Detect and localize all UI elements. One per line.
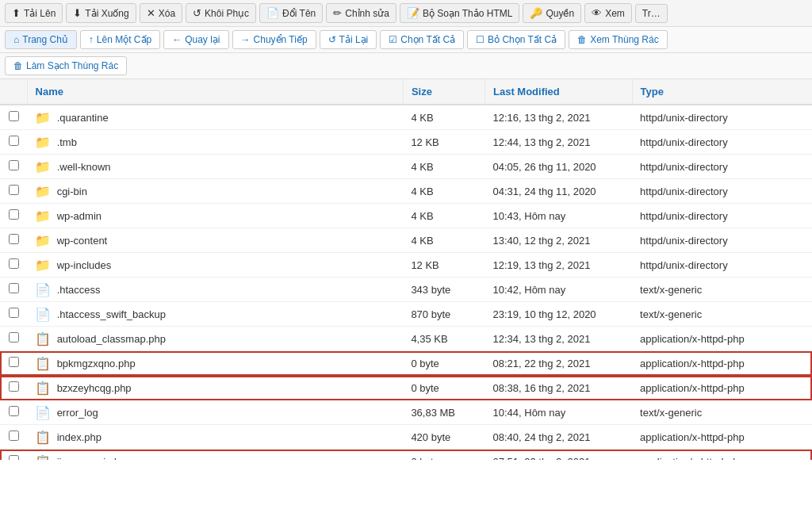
file-name: bpkmgzxqno.php — [57, 358, 136, 369]
row-checkbox-cell[interactable] — [0, 130, 27, 155]
table-row[interactable]: 📄 error_log 36,83 MB 10:44, Hôm nay text… — [0, 400, 812, 425]
table-row[interactable]: 📁 cgi-bin 4 KB 04:31, 24 thg 11, 2020 ht… — [0, 179, 812, 204]
xem-thung-rac-button[interactable]: 🗑 Xem Thùng Rác — [569, 30, 668, 49]
row-checkbox-cell[interactable] — [0, 400, 27, 425]
file-name: .well-known — [57, 161, 111, 173]
row-type-cell: httpd/unix-directory — [632, 179, 812, 204]
row-checkbox-cell[interactable] — [0, 155, 27, 179]
table-row[interactable]: 📋 bpkmgzxqno.php 0 byte 08:21, 22 thg 2,… — [0, 351, 812, 376]
row-checkbox[interactable] — [9, 332, 19, 343]
table-row[interactable]: 📁 wp-includes 12 KB 12:19, 13 thg 2, 202… — [0, 253, 812, 277]
table-row[interactable]: 📋 bzxzeyhcqg.php 0 byte 08:38, 16 thg 2,… — [0, 376, 812, 400]
chinh-sua-label: Chỉnh sửa — [345, 8, 389, 19]
trash-icon: 🗑 — [577, 34, 587, 45]
bo-soan-thao-button[interactable]: 📝 Bộ Soạn Thảo HTML — [400, 3, 519, 23]
row-name-cell: 📁 cgi-bin — [27, 179, 403, 204]
row-checkbox[interactable] — [9, 136, 19, 146]
row-checkbox[interactable] — [9, 185, 19, 195]
row-checkbox[interactable] — [9, 160, 19, 170]
folder-icon: 📁 — [35, 184, 49, 198]
delete-icon: ✕ — [147, 7, 155, 19]
checkbox-header[interactable] — [0, 79, 27, 105]
tai-lai-button[interactable]: ↺ Tải Lại — [320, 30, 377, 49]
row-size-cell: 4,35 KB — [403, 327, 485, 351]
table-row[interactable]: 📋 autoload_classmap.php 4,35 KB 12:34, 1… — [0, 327, 812, 351]
row-size-cell: 4 KB — [403, 105, 485, 130]
table-row[interactable]: 📁 .tmb 12 KB 12:44, 13 thg 2, 2021 httpd… — [0, 130, 812, 155]
row-name-cell: 📁 .well-known — [27, 155, 403, 179]
row-modified-cell: 12:16, 13 thg 2, 2021 — [485, 105, 632, 130]
reload-icon: ↺ — [328, 34, 336, 45]
row-checkbox[interactable] — [9, 234, 19, 244]
row-checkbox-cell[interactable] — [0, 228, 27, 253]
row-size-cell: 870 byte — [403, 302, 485, 327]
table-row[interactable]: 📄 .htaccess 343 byte 10:42, Hôm nay text… — [0, 277, 812, 302]
row-checkbox[interactable] — [9, 209, 19, 220]
table-row[interactable]: 📁 .quarantine 4 KB 12:16, 13 thg 2, 2021… — [0, 105, 812, 130]
quyen-button[interactable]: 🔑 Quyền — [523, 3, 581, 23]
len-mot-cap-button[interactable]: ↑ Lên Một Cấp — [80, 30, 160, 49]
row-checkbox[interactable] — [9, 283, 19, 293]
tai-xuong-button[interactable]: ⬇ Tải Xuống — [66, 3, 136, 23]
row-modified-cell: 10:42, Hôm nay — [485, 277, 632, 302]
row-checkbox[interactable] — [9, 357, 19, 367]
file-name: bzxzeyhcqg.php — [57, 382, 132, 394]
quay-lai-button[interactable]: ← Quay lại — [163, 30, 228, 49]
row-checkbox[interactable] — [9, 431, 19, 441]
row-checkbox[interactable] — [9, 455, 19, 460]
rename-icon: 📄 — [266, 7, 279, 19]
table-row[interactable]: 📄 .htaccess_swift_backup 870 byte 23:19,… — [0, 302, 812, 327]
table-row[interactable]: 📁 wp-admin 4 KB 10:43, Hôm nay httpd/uni… — [0, 204, 812, 228]
chinh-sua-button[interactable]: ✏ Chỉnh sửa — [326, 3, 396, 23]
table-row[interactable]: 📁 wp-content 4 KB 13:40, 12 thg 2, 2021 … — [0, 228, 812, 253]
xem-label: Xem — [605, 8, 625, 19]
row-checkbox[interactable] — [9, 406, 19, 416]
row-checkbox-cell[interactable] — [0, 425, 27, 450]
row-size-cell: 0 byte — [403, 376, 485, 400]
tai-len-button[interactable]: ⬆ Tải Lên — [5, 3, 63, 23]
row-name-cell: 📁 .tmb — [27, 130, 403, 155]
row-checkbox-cell[interactable] — [0, 105, 27, 130]
folder-icon: 📁 — [35, 233, 49, 247]
tru-button[interactable]: Tr… — [635, 4, 668, 23]
row-type-cell: application/x-httpd-php — [632, 351, 812, 376]
tai-lai-label: Tải Lại — [339, 34, 369, 45]
row-checkbox-cell[interactable] — [0, 376, 27, 400]
row-checkbox[interactable] — [9, 258, 19, 269]
row-checkbox-cell[interactable] — [0, 179, 27, 204]
table-row[interactable]: 📋 index.php 420 byte 08:40, 24 thg 2, 20… — [0, 425, 812, 450]
table-row[interactable]: 📁 .well-known 4 KB 04:05, 26 thg 11, 202… — [0, 155, 812, 179]
row-name-cell: 📄 .htaccess — [27, 277, 403, 302]
row-checkbox-cell[interactable] — [0, 204, 27, 228]
khoi-phuc-button[interactable]: ↺ Khôi Phục — [186, 3, 256, 23]
name-column-header[interactable]: Name — [27, 79, 403, 105]
type-column-header[interactable]: Type — [632, 79, 812, 105]
doi-ten-button[interactable]: 📄 Đổi Tên — [259, 3, 323, 23]
xem-button[interactable]: 👁 Xem — [584, 3, 632, 23]
row-size-cell: 4 KB — [403, 204, 485, 228]
back-icon: ← — [172, 34, 182, 45]
row-checkbox[interactable] — [9, 308, 19, 318]
row-type-cell: application/x-httpd-php — [632, 450, 812, 461]
modified-column-header[interactable]: Last Modified — [485, 79, 632, 105]
row-checkbox[interactable] — [9, 111, 19, 121]
xoa-button[interactable]: ✕ Xóa — [140, 3, 182, 23]
row-checkbox-cell[interactable] — [0, 253, 27, 277]
table-row[interactable]: 📋 jiompyqxoj.php 0 byte 07:51, 22 thg 2,… — [0, 450, 812, 461]
size-column-header[interactable]: Size — [403, 79, 485, 105]
row-name-cell: 📋 bzxzeyhcqg.php — [27, 376, 403, 400]
row-checkbox-cell[interactable] — [0, 351, 27, 376]
row-checkbox-cell[interactable] — [0, 327, 27, 351]
file-name: wp-admin — [57, 210, 102, 222]
bo-chon-tat-ca-button[interactable]: ☐ Bỏ Chọn Tất Cả — [467, 30, 565, 49]
folder-icon: 📁 — [35, 258, 49, 272]
chon-tat-ca-button[interactable]: ☑ Chọn Tất Cả — [380, 30, 464, 49]
row-name-cell: 📄 .htaccess_swift_backup — [27, 302, 403, 327]
lam-sach-thung-rac-button[interactable]: 🗑 Làm Sạch Thùng Rác — [5, 56, 127, 75]
row-checkbox-cell[interactable] — [0, 302, 27, 327]
row-checkbox[interactable] — [9, 381, 19, 392]
chuyen-tiep-button[interactable]: → Chuyển Tiếp — [232, 30, 316, 49]
trang-chu-button[interactable]: ⌂ Trang Chủ — [5, 30, 77, 49]
row-checkbox-cell[interactable] — [0, 277, 27, 302]
row-checkbox-cell[interactable] — [0, 450, 27, 461]
